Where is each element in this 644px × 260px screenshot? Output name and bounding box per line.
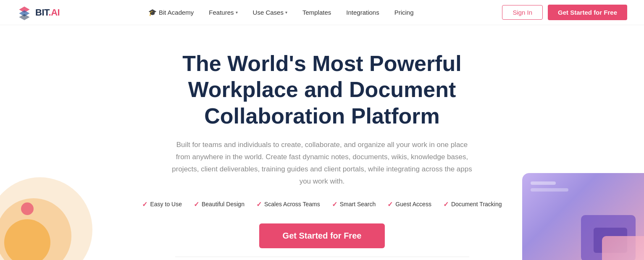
nav-academy[interactable]: 🎓 Bit Academy	[148, 8, 194, 16]
features-list: ✓ Easy to Use ✓ Beautiful Design ✓ Scale…	[142, 200, 502, 208]
nav-templates-label: Templates	[302, 9, 331, 16]
feature-label-3: Scales Across Teams	[264, 201, 320, 207]
get-started-nav-button[interactable]: Get Started for Free	[548, 5, 627, 20]
header-actions: Sign In Get Started for Free	[502, 5, 627, 20]
logo-icon	[17, 5, 32, 20]
academy-icon: 🎓	[148, 8, 157, 16]
nav-integrations[interactable]: Integrations	[346, 9, 379, 16]
check-icon-5: ✓	[387, 200, 393, 208]
sign-in-button[interactable]: Sign In	[502, 5, 543, 20]
header: BIT.AI 🎓 Bit Academy Features ▾ Use Case…	[0, 0, 644, 25]
logo-bit: BIT	[35, 7, 49, 18]
nav-use-cases[interactable]: Use Cases ▾	[253, 9, 287, 16]
feature-label-6: Document Tracking	[451, 201, 502, 207]
deco-circles-left	[0, 169, 101, 260]
nav-academy-label: Bit Academy	[159, 9, 194, 16]
nav-pricing[interactable]: Pricing	[394, 9, 414, 16]
hero-subtitle: Built for teams and individuals to creat…	[171, 139, 473, 188]
nav-pricing-label: Pricing	[394, 9, 414, 16]
feature-label-1: Easy to Use	[150, 201, 181, 207]
hero-title-line1: The World's Most Powerful	[182, 51, 461, 76]
check-icon-6: ✓	[443, 200, 449, 208]
check-icon-1: ✓	[142, 200, 147, 208]
feature-label-4: Smart Search	[340, 201, 376, 207]
feature-scales-across-teams: ✓ Scales Across Teams	[256, 200, 320, 208]
check-icon-2: ✓	[194, 200, 199, 208]
logo[interactable]: BIT.AI	[17, 5, 60, 20]
feature-label-5: Guest Access	[395, 201, 431, 207]
nav-templates[interactable]: Templates	[302, 9, 331, 16]
feature-smart-search: ✓ Smart Search	[332, 200, 376, 208]
logo-ai: AI	[51, 7, 60, 18]
hero-title: The World's Most Powerful Workplace and …	[133, 50, 511, 129]
feature-easy-to-use: ✓ Easy to Use	[142, 200, 181, 208]
check-icon-3: ✓	[256, 200, 262, 208]
use-cases-chevron-icon: ▾	[285, 10, 287, 15]
nav-integrations-label: Integrations	[346, 9, 379, 16]
nav-use-cases-label: Use Cases	[253, 9, 284, 16]
feature-guest-access: ✓ Guest Access	[387, 200, 431, 208]
get-started-hero-button[interactable]: Get Started for Free	[259, 223, 385, 248]
main-nav: 🎓 Bit Academy Features ▾ Use Cases ▾ Tem…	[148, 8, 414, 16]
deco-right-card	[522, 173, 644, 260]
hero-title-line2: Workplace and Document Collaboration Pla…	[188, 77, 456, 128]
hero-section: The World's Most Powerful Workplace and …	[0, 25, 644, 260]
feature-label-2: Beautiful Design	[202, 201, 244, 207]
nav-features-label: Features	[209, 9, 234, 16]
features-chevron-icon: ▾	[236, 10, 238, 15]
nav-features[interactable]: Features ▾	[209, 9, 237, 16]
check-icon-4: ✓	[332, 200, 337, 208]
section-separator	[175, 257, 469, 257]
svg-marker-2	[19, 14, 29, 20]
feature-document-tracking: ✓ Document Tracking	[443, 200, 502, 208]
feature-beautiful-design: ✓ Beautiful Design	[194, 200, 244, 208]
